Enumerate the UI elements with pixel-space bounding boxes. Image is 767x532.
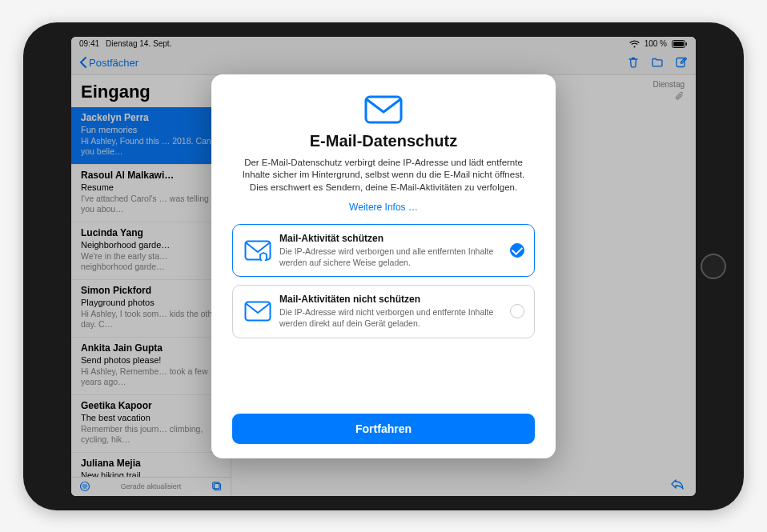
- continue-button[interactable]: Fortfahren: [232, 414, 535, 444]
- screen: 09:41 Dienstag 14. Sept. 100 % Postfäche…: [71, 37, 696, 496]
- svg-rect-9: [246, 302, 271, 321]
- mail-hero-icon: [364, 95, 403, 124]
- ipad-frame: 09:41 Dienstag 14. Sept. 100 % Postfäche…: [23, 22, 744, 510]
- option-title: Mail-Aktivitäten nicht schützen: [279, 294, 502, 305]
- modal-description: Der E-Mail-Datenschutz verbirgt deine IP…: [235, 157, 532, 194]
- home-button[interactable]: [701, 254, 726, 279]
- modal-title: E-Mail-Datenschutz: [310, 132, 457, 150]
- privacy-modal: E-Mail-Datenschutz Der E-Mail-Datenschut…: [211, 74, 556, 458]
- option-desc: Die IP-Adresse wird nicht verborgen und …: [279, 307, 502, 329]
- option-desc: Die IP-Adresse wird verborgen und alle e…: [279, 246, 502, 268]
- mail-option-icon: [244, 240, 271, 261]
- option-radio[interactable]: [510, 304, 524, 318]
- option-title: Mail-Aktivität schützen: [279, 233, 502, 244]
- option-dont-protect[interactable]: Mail-Aktivitäten nicht schützenDie IP-Ad…: [232, 285, 535, 338]
- mail-option-icon: [244, 301, 271, 322]
- option-radio[interactable]: [510, 243, 524, 258]
- more-info-link[interactable]: Weitere Infos …: [349, 202, 418, 213]
- svg-rect-7: [366, 97, 401, 122]
- option-protect[interactable]: Mail-Aktivität schützenDie IP-Adresse wi…: [232, 224, 535, 277]
